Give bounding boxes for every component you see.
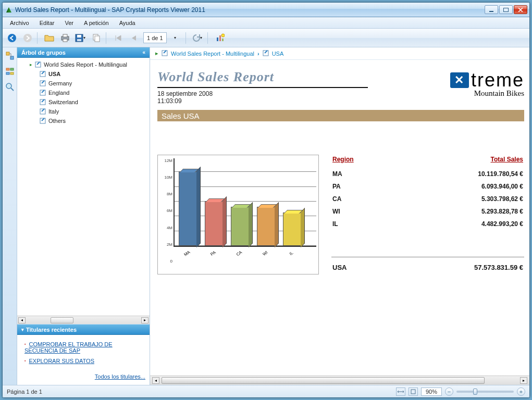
all-headlines-link[interactable]: Todos los titulares...: [95, 373, 145, 380]
report-time: 11:03:09: [157, 97, 368, 105]
scroll-thumb[interactable]: [51, 317, 73, 323]
menu-ayuda[interactable]: Ayuda: [115, 19, 140, 27]
collapse-icon[interactable]: «: [142, 49, 145, 55]
fit-page-button[interactable]: [409, 388, 418, 396]
menu-ver[interactable]: Ver: [60, 19, 78, 27]
tree-item-others[interactable]: Others: [20, 116, 150, 126]
fit-width-button[interactable]: [396, 388, 405, 396]
title-rule: [157, 87, 368, 88]
brand-logo: ✕ treme Mountain Bikes: [368, 69, 524, 98]
sales-table: Region Total Sales MA10.119.780,54 €PA6.…: [331, 155, 524, 231]
report-icon: [162, 50, 168, 57]
tree-item-italy[interactable]: Italy: [20, 107, 150, 116]
report-icon: [263, 50, 269, 57]
nav-forward-button[interactable]: [21, 32, 34, 44]
y-tick: 6M: [160, 208, 172, 213]
bar-CA: [231, 207, 250, 246]
group-tree-icon[interactable]: [5, 51, 15, 61]
copy-button[interactable]: [90, 32, 103, 44]
maximize-button[interactable]: [499, 5, 513, 14]
headlines-list: COMPROBAR EL TRABAJO DE SECUENCIA DE SAP…: [17, 335, 150, 371]
expand-icon[interactable]: ▸: [30, 62, 32, 67]
close-button[interactable]: [514, 5, 527, 14]
tree-item-usa[interactable]: USA: [20, 69, 150, 79]
nav-back-button[interactable]: [6, 32, 18, 44]
cell-region: MA: [332, 168, 393, 180]
svg-rect-32: [162, 51, 167, 56]
tree-root[interactable]: ▸ World Sales Report - Multilingual: [20, 60, 150, 69]
group-tree-header[interactable]: Árbol de grupos «: [17, 47, 150, 58]
page-indicator[interactable]: 1 de 1: [143, 32, 167, 43]
save-button[interactable]: ▾: [75, 32, 87, 44]
svg-point-4: [8, 34, 16, 42]
tree-item-label: England: [48, 90, 69, 96]
print-button[interactable]: [59, 32, 71, 44]
report-icon: [39, 70, 46, 78]
tree-item-label: Switzerland: [48, 99, 78, 105]
svg-rect-10: [77, 35, 81, 38]
group-tree-title: Árbol de grupos: [21, 49, 66, 56]
svg-rect-2: [489, 11, 493, 12]
first-page-button[interactable]: [112, 32, 125, 44]
total-value: 57.573.831.59 €: [376, 261, 523, 273]
side-scrollbar[interactable]: ◂ ▸: [17, 316, 150, 324]
menu-apeticion[interactable]: A petición: [80, 19, 113, 27]
sidebar-iconstrip: [3, 47, 17, 385]
parameters-icon[interactable]: [5, 66, 15, 77]
refresh-button[interactable]: ▾: [192, 32, 204, 44]
svg-rect-27: [40, 81, 45, 86]
scroll-left-icon[interactable]: ◂: [152, 377, 159, 384]
content-area: ▸ World Sales Report - Multilingual › US…: [150, 47, 529, 385]
report-icon: [39, 117, 46, 124]
headlines-header[interactable]: ▾ Titulares recientes: [17, 324, 150, 335]
x-label: MA: [178, 246, 196, 260]
menu-editar[interactable]: Editar: [35, 19, 59, 27]
chart-y-axis: 12M10M8M6M4M2M0: [160, 158, 172, 264]
minimize-button[interactable]: [485, 5, 498, 14]
svg-point-5: [23, 34, 32, 42]
tree-item-germany[interactable]: Germany: [20, 79, 150, 88]
open-file-button[interactable]: [43, 32, 56, 44]
logo-subtitle: Mountain Bikes: [474, 89, 524, 98]
svg-rect-34: [411, 390, 415, 394]
zoom-in-button[interactable]: +: [517, 388, 525, 396]
prev-page-button[interactable]: [128, 32, 140, 44]
zoom-out-button[interactable]: −: [445, 388, 453, 396]
breadcrumb-root[interactable]: World Sales Report - Multilingual: [171, 51, 254, 57]
report-icon: [39, 98, 46, 106]
y-tick: 12M: [160, 158, 172, 163]
scroll-left-icon[interactable]: ◂: [18, 317, 26, 323]
y-tick: 10M: [160, 175, 172, 180]
headline-link-1[interactable]: EXPLORAR SUS DATOS: [29, 358, 94, 364]
zoom-slider[interactable]: [456, 391, 514, 393]
svg-rect-13: [95, 36, 100, 42]
content-scrollbar[interactable]: ◂ ▸: [150, 376, 529, 385]
zoom-slider-knob[interactable]: [473, 389, 477, 395]
breadcrumb-open-icon[interactable]: ▸: [155, 50, 158, 57]
col-total: Total Sales: [394, 156, 523, 167]
scroll-right-icon[interactable]: ▸: [141, 317, 149, 323]
y-tick: 4M: [160, 226, 172, 230]
tree-item-england[interactable]: England: [20, 88, 150, 97]
headline-link-0[interactable]: COMPROBAR EL TRABAJO DE SECUENCIA DE SAP: [24, 341, 113, 354]
tree-item-label: Italy: [48, 108, 59, 115]
tree-item-switzerland[interactable]: Switzerland: [20, 97, 150, 107]
menu-archivo[interactable]: Archivo: [6, 19, 33, 27]
scroll-right-icon[interactable]: ▸: [520, 377, 527, 384]
report-viewport[interactable]: World Sales Report 18 septiembre 2008 11…: [150, 60, 529, 376]
table-row: MA10.119.780,54 €: [332, 168, 523, 180]
beta-chart-button[interactable]: [214, 32, 226, 44]
chart-x-labels: MAPACAWIIL: [174, 247, 316, 256]
workarea: Árbol de grupos « ▸ World Sales Report -…: [3, 47, 529, 385]
report-icon: [39, 89, 46, 96]
chart-bars: [174, 158, 316, 247]
svg-rect-23: [10, 72, 14, 74]
x-label: PA: [204, 246, 222, 260]
breadcrumb-current[interactable]: USA: [272, 51, 284, 57]
scroll-thumb[interactable]: [162, 377, 485, 384]
next-page-button[interactable]: ▾: [170, 32, 182, 44]
find-icon[interactable]: [5, 82, 15, 92]
app-window: World Sales Report - Multilingual - SAP …: [2, 2, 530, 398]
zoom-value[interactable]: 90%: [421, 388, 442, 396]
svg-rect-31: [40, 118, 45, 123]
